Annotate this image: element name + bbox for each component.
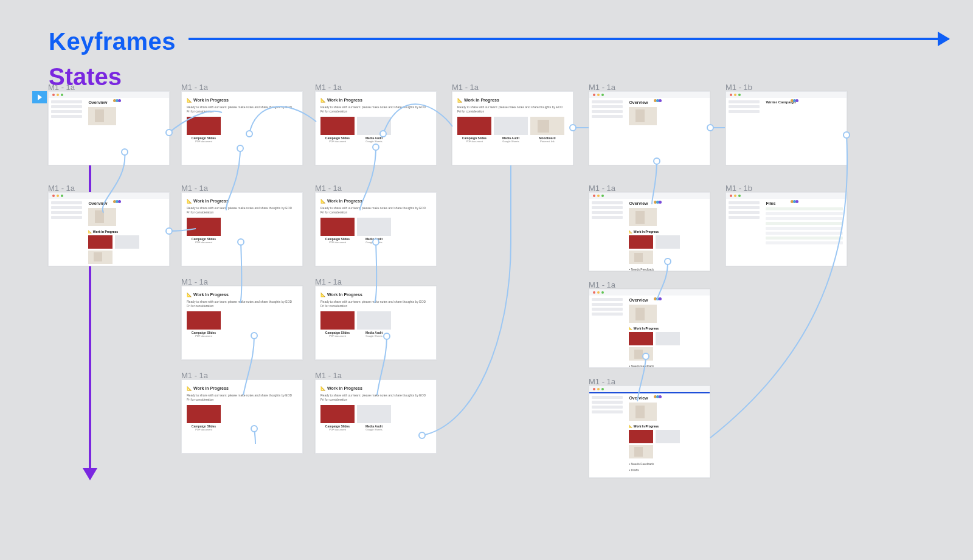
frame-label: M1 - 1a [181,184,208,193]
prototype-connections [0,0,973,560]
prototype-frame[interactable]: 📐 Work In ProgressReady to share with ou… [315,379,437,454]
play-icon [38,94,42,100]
frame-label: M1 - 1a [315,184,342,193]
prototype-frame[interactable]: Overview📐 Work In Progress• Needs Feedba… [589,385,710,478]
frame-label: M1 - 1a [181,371,208,380]
frame-label: M1 - 1b [725,83,752,92]
frame-label: M1 - 1a [589,83,615,92]
prototype-frame[interactable]: Overview [589,91,710,165]
prototype-frame[interactable]: Files [725,192,847,266]
frame-label: M1 - 1a [48,83,75,92]
prototype-frame[interactable]: 📐 Work In ProgressReady to share with ou… [452,91,573,165]
prototype-frame[interactable]: 📐 Work In ProgressReady to share with ou… [181,379,303,454]
prototype-frame[interactable]: Overview [48,91,170,165]
keyframes-heading: Keyframes [49,28,176,55]
prototype-frame[interactable]: 📐 Work In ProgressReady to share with ou… [315,192,437,266]
frame-label: M1 - 1a [181,83,208,92]
frame-label: M1 - 1a [589,184,615,193]
frame-label: M1 - 1a [181,277,208,286]
frame-label: M1 - 1a [315,371,342,380]
diagram-canvas: Keyframes States M1 - 1a OverviewM1 - 1a… [0,0,973,560]
frame-label: M1 - 1b [725,184,752,193]
prototype-frame[interactable]: 📐 Work In ProgressReady to share with ou… [181,91,303,165]
prototype-frame[interactable]: Winter Campaign [725,91,847,165]
prototype-frame[interactable]: Overview📐 Work In Progress• Needs Feedba… [589,192,710,271]
prototype-play-button[interactable] [32,91,47,103]
frame-label: M1 - 1a [315,83,342,92]
prototype-frame[interactable]: Overview📐 Work In Progress [48,192,170,266]
frame-label: M1 - 1a [589,377,615,386]
frame-label: M1 - 1a [48,184,75,193]
prototype-frame[interactable]: 📐 Work In ProgressReady to share with ou… [181,192,303,266]
prototype-frame[interactable]: 📐 Work In ProgressReady to share with ou… [181,286,303,360]
frame-label: M1 - 1a [589,280,615,289]
prototype-frame[interactable]: 📐 Work In ProgressReady to share with ou… [315,286,437,360]
keyframes-axis-arrow [189,38,949,40]
prototype-frame[interactable]: 📐 Work In ProgressReady to share with ou… [315,91,437,165]
frame-label: M1 - 1a [452,83,479,92]
frame-label: M1 - 1a [315,277,342,286]
prototype-frame[interactable]: Overview📐 Work In Progress• Needs Feedba… [589,289,710,368]
